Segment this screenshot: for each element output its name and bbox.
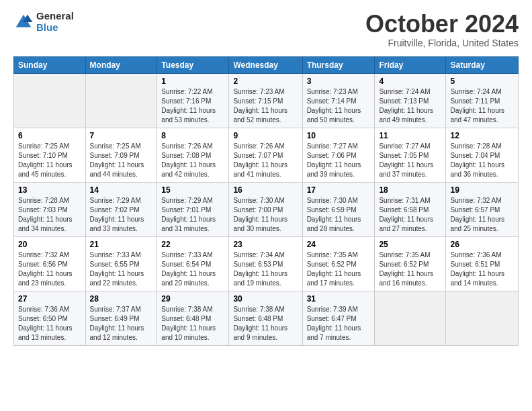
day-number: 31 (307, 294, 371, 304)
day-info: Sunrise: 7:32 AMSunset: 6:57 PMDaylight:… (450, 196, 514, 234)
day-info: Sunrise: 7:28 AMSunset: 7:03 PMDaylight:… (18, 196, 81, 234)
calendar-cell (85, 73, 157, 128)
day-number: 6 (18, 131, 81, 140)
calendar-cell: 8Sunrise: 7:26 AMSunset: 7:08 PMDaylight… (157, 128, 229, 182)
day-number: 23 (233, 240, 298, 249)
day-info: Sunrise: 7:31 AMSunset: 6:58 PMDaylight:… (379, 196, 441, 234)
day-info: Sunrise: 7:29 AMSunset: 7:01 PMDaylight:… (161, 196, 224, 234)
day-info: Sunrise: 7:35 AMSunset: 6:52 PMDaylight:… (307, 250, 371, 288)
weekday-sunday: Sunday (14, 56, 86, 73)
day-info: Sunrise: 7:23 AMSunset: 7:14 PMDaylight:… (307, 87, 371, 125)
day-number: 18 (379, 185, 441, 195)
day-info: Sunrise: 7:36 AMSunset: 6:51 PMDaylight:… (450, 250, 514, 288)
calendar-cell: 30Sunrise: 7:38 AMSunset: 6:48 PMDayligh… (229, 291, 302, 345)
weekday-thursday: Thursday (302, 56, 375, 73)
day-info: Sunrise: 7:27 AMSunset: 7:06 PMDaylight:… (307, 142, 371, 179)
day-number: 16 (233, 185, 298, 195)
day-number: 15 (161, 185, 224, 195)
calendar-cell: 11Sunrise: 7:27 AMSunset: 7:05 PMDayligh… (375, 128, 446, 182)
day-number: 9 (233, 131, 298, 140)
day-number: 13 (18, 185, 81, 195)
calendar-cell: 1Sunrise: 7:22 AMSunset: 7:16 PMDaylight… (157, 73, 229, 128)
calendar-cell: 10Sunrise: 7:27 AMSunset: 7:06 PMDayligh… (302, 128, 375, 182)
day-info: Sunrise: 7:35 AMSunset: 6:52 PMDaylight:… (379, 250, 441, 288)
day-number: 12 (450, 131, 514, 140)
day-info: Sunrise: 7:38 AMSunset: 6:48 PMDaylight:… (161, 305, 224, 342)
title-block: October 2024 Fruitville, Florida, United… (365, 11, 519, 48)
calendar-body: 1Sunrise: 7:22 AMSunset: 7:16 PMDaylight… (14, 73, 519, 345)
day-info: Sunrise: 7:27 AMSunset: 7:05 PMDaylight:… (379, 142, 441, 179)
week-row-3: 20Sunrise: 7:32 AMSunset: 6:56 PMDayligh… (14, 236, 519, 291)
calendar-cell: 22Sunrise: 7:33 AMSunset: 6:54 PMDayligh… (157, 236, 229, 291)
calendar-cell: 9Sunrise: 7:26 AMSunset: 7:07 PMDaylight… (229, 128, 302, 182)
week-row-1: 6Sunrise: 7:25 AMSunset: 7:10 PMDaylight… (14, 128, 519, 182)
day-info: Sunrise: 7:33 AMSunset: 6:55 PMDaylight:… (90, 250, 153, 288)
calendar-cell: 21Sunrise: 7:33 AMSunset: 6:55 PMDayligh… (85, 236, 157, 291)
week-row-2: 13Sunrise: 7:28 AMSunset: 7:03 PMDayligh… (14, 182, 519, 236)
calendar-cell: 3Sunrise: 7:23 AMSunset: 7:14 PMDaylight… (302, 73, 375, 128)
logo-icon (13, 12, 34, 32)
day-number: 10 (307, 131, 371, 140)
day-number: 20 (18, 240, 81, 249)
day-info: Sunrise: 7:26 AMSunset: 7:08 PMDaylight:… (161, 142, 224, 179)
day-number: 2 (233, 77, 298, 86)
calendar-cell: 26Sunrise: 7:36 AMSunset: 6:51 PMDayligh… (446, 236, 519, 291)
day-info: Sunrise: 7:29 AMSunset: 7:02 PMDaylight:… (90, 196, 153, 234)
day-number: 28 (90, 294, 153, 304)
day-info: Sunrise: 7:25 AMSunset: 7:09 PMDaylight:… (90, 142, 153, 179)
calendar-cell: 20Sunrise: 7:32 AMSunset: 6:56 PMDayligh… (14, 236, 86, 291)
logo-blue-text: Blue (36, 22, 74, 34)
day-number: 19 (450, 185, 514, 195)
header: General Blue October 2024 Fruitville, Fl… (13, 11, 519, 48)
calendar-cell: 25Sunrise: 7:35 AMSunset: 6:52 PMDayligh… (375, 236, 446, 291)
weekday-tuesday: Tuesday (157, 56, 229, 73)
weekday-friday: Friday (375, 56, 446, 73)
calendar-cell: 2Sunrise: 7:23 AMSunset: 7:15 PMDaylight… (229, 73, 302, 128)
day-number: 27 (18, 294, 81, 304)
calendar-cell: 15Sunrise: 7:29 AMSunset: 7:01 PMDayligh… (157, 182, 229, 236)
day-number: 5 (450, 77, 514, 86)
calendar-header: SundayMondayTuesdayWednesdayThursdayFrid… (14, 56, 519, 73)
day-info: Sunrise: 7:30 AMSunset: 6:59 PMDaylight:… (307, 196, 371, 234)
calendar-cell: 4Sunrise: 7:24 AMSunset: 7:13 PMDaylight… (375, 73, 446, 128)
day-number: 8 (161, 131, 224, 140)
day-number: 3 (307, 77, 371, 86)
weekday-monday: Monday (85, 56, 157, 73)
day-number: 7 (90, 131, 153, 140)
day-number: 26 (450, 240, 514, 249)
day-number: 29 (161, 294, 224, 304)
logo-text: General Blue (36, 11, 74, 33)
weekday-wednesday: Wednesday (229, 56, 302, 73)
day-info: Sunrise: 7:22 AMSunset: 7:16 PMDaylight:… (161, 87, 224, 125)
day-info: Sunrise: 7:38 AMSunset: 6:48 PMDaylight:… (233, 305, 298, 342)
day-number: 21 (90, 240, 153, 249)
weekday-saturday: Saturday (446, 56, 519, 73)
week-row-0: 1Sunrise: 7:22 AMSunset: 7:16 PMDaylight… (14, 73, 519, 128)
calendar-cell: 19Sunrise: 7:32 AMSunset: 6:57 PMDayligh… (446, 182, 519, 236)
calendar-cell: 29Sunrise: 7:38 AMSunset: 6:48 PMDayligh… (157, 291, 229, 345)
calendar-cell: 17Sunrise: 7:30 AMSunset: 6:59 PMDayligh… (302, 182, 375, 236)
location: Fruitville, Florida, United States (365, 38, 519, 48)
logo-general: General (36, 11, 74, 22)
day-info: Sunrise: 7:37 AMSunset: 6:49 PMDaylight:… (90, 305, 153, 342)
day-info: Sunrise: 7:39 AMSunset: 6:47 PMDaylight:… (307, 305, 371, 342)
day-info: Sunrise: 7:36 AMSunset: 6:50 PMDaylight:… (18, 305, 81, 342)
weekday-header-row: SundayMondayTuesdayWednesdayThursdayFrid… (14, 56, 519, 73)
calendar-cell: 16Sunrise: 7:30 AMSunset: 7:00 PMDayligh… (229, 182, 302, 236)
logo: General Blue (13, 11, 74, 33)
page: General Blue October 2024 Fruitville, Fl… (0, 0, 532, 357)
week-row-4: 27Sunrise: 7:36 AMSunset: 6:50 PMDayligh… (14, 291, 519, 345)
day-info: Sunrise: 7:30 AMSunset: 7:00 PMDaylight:… (233, 196, 298, 234)
day-number: 1 (161, 77, 224, 86)
calendar-cell: 23Sunrise: 7:34 AMSunset: 6:53 PMDayligh… (229, 236, 302, 291)
day-info: Sunrise: 7:32 AMSunset: 6:56 PMDaylight:… (18, 250, 81, 288)
day-info: Sunrise: 7:24 AMSunset: 7:13 PMDaylight:… (379, 87, 441, 125)
day-info: Sunrise: 7:33 AMSunset: 6:54 PMDaylight:… (161, 250, 224, 288)
day-info: Sunrise: 7:34 AMSunset: 6:53 PMDaylight:… (233, 250, 298, 288)
day-number: 4 (379, 77, 441, 86)
day-number: 25 (379, 240, 441, 249)
calendar-cell: 31Sunrise: 7:39 AMSunset: 6:47 PMDayligh… (302, 291, 375, 345)
calendar-cell: 5Sunrise: 7:24 AMSunset: 7:11 PMDaylight… (446, 73, 519, 128)
day-number: 14 (90, 185, 153, 195)
calendar-cell (375, 291, 446, 345)
